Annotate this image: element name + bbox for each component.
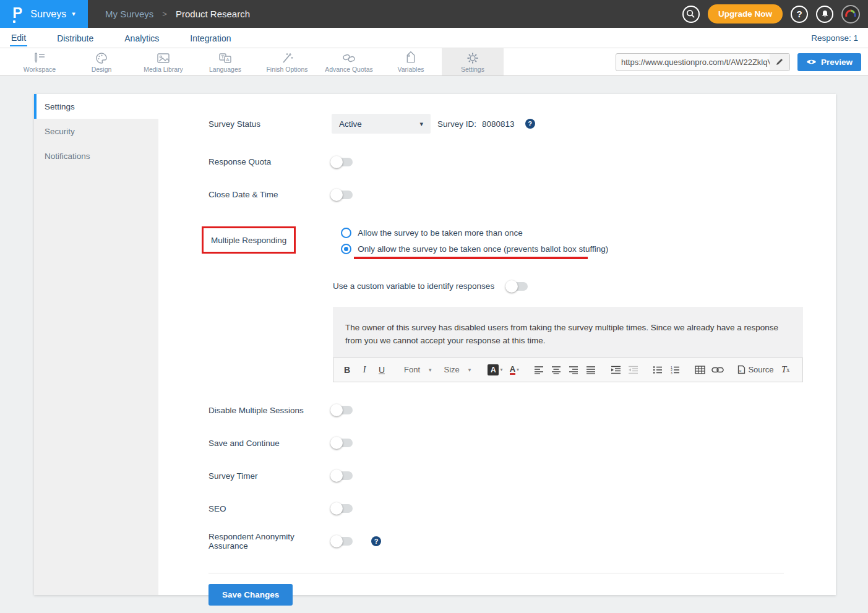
- survey-timer-label: Survey Timer: [208, 471, 332, 481]
- ribbon-label: Workspace: [24, 66, 56, 73]
- align-left-icon: [534, 366, 544, 374]
- ribbon-item-settings[interactable]: Settings: [442, 48, 504, 75]
- eye-icon: [806, 58, 817, 66]
- chevron-down-icon: ▾: [419, 120, 423, 128]
- sidebar-item-security[interactable]: Security: [34, 119, 158, 144]
- outdent-button[interactable]: [625, 362, 640, 378]
- radio-unselected-icon[interactable]: [341, 228, 351, 238]
- save-and-continue-toggle[interactable]: [332, 439, 353, 447]
- breadcrumb-current: Product Research: [176, 9, 250, 19]
- ribbon-label: Design: [92, 66, 112, 73]
- search-button[interactable]: [682, 6, 700, 23]
- tab-distribute[interactable]: Distribute: [56, 30, 95, 46]
- user-avatar[interactable]: [841, 5, 860, 24]
- align-right-button[interactable]: [566, 362, 581, 378]
- ribbon-label: Variables: [398, 66, 424, 73]
- bg-color-icon: A: [488, 364, 499, 375]
- response-quota-toggle[interactable]: [332, 158, 353, 166]
- custom-variable-toggle[interactable]: [507, 282, 528, 291]
- sidebar-item-notifications[interactable]: Notifications: [34, 144, 158, 168]
- annotation-red-box: Multiple Responding: [202, 226, 296, 254]
- table-button[interactable]: [692, 362, 707, 378]
- chevron-down-icon: ▾: [468, 367, 471, 373]
- radio-only-once[interactable]: Only allow the survey to be taken once (…: [341, 244, 608, 254]
- breadcrumb: My Surveys > Product Research: [105, 9, 250, 19]
- disable-multiple-sessions-toggle[interactable]: [332, 406, 353, 414]
- tab-analytics[interactable]: Analytics: [123, 30, 160, 46]
- respondent-anonymity-row: Respondent Anonymity Assurance ?: [208, 532, 836, 551]
- radio-allow-multiple[interactable]: Allow the survey to be taken more than o…: [341, 228, 608, 238]
- disabled-message-box[interactable]: The owner of this survey has disabled us…: [333, 307, 803, 358]
- svg-text:o: o: [739, 369, 742, 372]
- ribbon-item-advance-quotas[interactable]: Advance Quotas: [318, 48, 380, 75]
- link-button[interactable]: [710, 362, 726, 378]
- size-select[interactable]: Size▾: [439, 365, 476, 374]
- justify-button[interactable]: [583, 362, 598, 378]
- save-and-continue-row: Save and Continue: [208, 439, 836, 448]
- survey-url-input[interactable]: https://www.questionpro.com/t/AW22ZklqV: [616, 58, 770, 67]
- workspace-icon: [32, 51, 47, 65]
- ribbon-item-languages[interactable]: A Languages: [194, 48, 256, 75]
- survey-id-value: 8080813: [482, 119, 515, 129]
- preview-button[interactable]: Preview: [797, 53, 861, 71]
- multiple-responding-options: Allow the survey to be taken more than o…: [341, 226, 608, 259]
- justify-icon: [586, 366, 596, 374]
- gear-icon: [465, 51, 480, 65]
- background-color-button[interactable]: A▾: [486, 362, 504, 378]
- indent-button[interactable]: [608, 362, 623, 378]
- sidebar-item-settings[interactable]: Settings: [34, 94, 158, 119]
- survey-timer-toggle[interactable]: [332, 471, 353, 480]
- bullet-list-button[interactable]: [650, 362, 665, 378]
- font-select[interactable]: Font▾: [399, 365, 437, 374]
- chain-links-icon: [341, 51, 357, 65]
- custom-variable-label: Use a custom variable to identify respon…: [333, 281, 494, 291]
- text-color-button[interactable]: A▾: [507, 362, 522, 378]
- help-button[interactable]: ?: [791, 6, 808, 23]
- save-changes-button[interactable]: Save Changes: [208, 584, 293, 606]
- align-center-icon: [551, 366, 561, 374]
- product-switcher[interactable]: P Surveys ▾: [0, 0, 88, 28]
- response-count[interactable]: Response: 1: [811, 33, 858, 43]
- respondent-anonymity-label: Respondent Anonymity Assurance: [208, 532, 332, 551]
- align-center-button[interactable]: [549, 362, 564, 378]
- font-select-label: Font: [404, 365, 420, 374]
- ribbon-right: https://www.questionpro.com/t/AW22ZklqV …: [616, 48, 868, 75]
- radio-selected-icon[interactable]: [341, 244, 351, 254]
- breadcrumb-separator-icon: >: [162, 9, 167, 19]
- respondent-anonymity-help-icon[interactable]: ?: [371, 536, 381, 546]
- seo-toggle[interactable]: [332, 504, 353, 513]
- source-button[interactable]: oSource: [736, 362, 775, 378]
- table-icon: [695, 366, 705, 374]
- bold-button[interactable]: B: [340, 362, 355, 378]
- ribbon-item-workspace[interactable]: Workspace: [9, 48, 71, 75]
- tab-edit[interactable]: Edit: [10, 29, 27, 46]
- breadcrumb-my-surveys[interactable]: My Surveys: [105, 9, 153, 19]
- sidebar-item-label: Notifications: [45, 152, 90, 161]
- respondent-anonymity-toggle[interactable]: [332, 537, 353, 546]
- survey-status-select[interactable]: Active ▾: [332, 114, 431, 134]
- survey-id-help-icon[interactable]: ?: [525, 119, 535, 129]
- upgrade-now-button[interactable]: Upgrade Now: [708, 4, 783, 24]
- multiple-responding-row: Multiple Responding Allow the survey to …: [208, 226, 836, 259]
- ribbon-item-variables[interactable]: Variables: [380, 48, 442, 75]
- pencil-icon: [775, 58, 784, 66]
- align-left-button[interactable]: [531, 362, 546, 378]
- ribbon-item-media-library[interactable]: Media Library: [132, 48, 194, 75]
- survey-status-label: Survey Status: [208, 119, 332, 129]
- ribbon-label: Settings: [461, 66, 484, 73]
- chevron-down-icon: ▾: [429, 367, 432, 373]
- richtext-toolbar: B I U Font▾ Size▾ A▾ A▾ 123 oSource: [333, 358, 803, 382]
- image-icon: [156, 51, 171, 65]
- notifications-button[interactable]: [816, 6, 833, 23]
- save-and-continue-label: Save and Continue: [208, 439, 332, 448]
- remove-format-button[interactable]: Tx: [778, 362, 793, 378]
- underline-button[interactable]: U: [374, 362, 389, 378]
- numbered-list-button[interactable]: 123: [668, 362, 682, 378]
- close-date-toggle[interactable]: [332, 191, 353, 199]
- edit-url-button[interactable]: [770, 54, 789, 71]
- ribbon-item-finish-options[interactable]: Finish Options: [256, 48, 318, 75]
- tab-integration[interactable]: Integration: [189, 30, 232, 46]
- ribbon-item-design[interactable]: Design: [71, 48, 132, 75]
- indent-icon: [611, 366, 621, 374]
- italic-button[interactable]: I: [357, 362, 372, 378]
